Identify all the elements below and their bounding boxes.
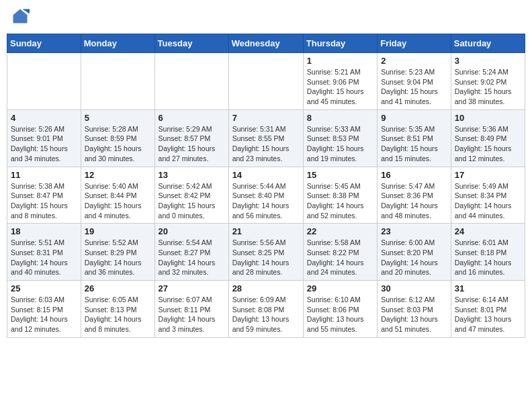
day-info: Sunrise: 5:36 AM Sunset: 8:49 PM Dayligh…	[455, 124, 521, 164]
weekday-header-thursday: Thursday	[303, 34, 377, 53]
day-info: Sunrise: 5:58 AM Sunset: 8:22 PM Dayligh…	[307, 238, 373, 277]
day-info: Sunrise: 5:51 AM Sunset: 8:31 PM Dayligh…	[11, 238, 77, 277]
day-number: 2	[381, 56, 447, 66]
calendar-cell: 6Sunrise: 5:29 AM Sunset: 8:57 PM Daylig…	[154, 109, 228, 167]
calendar-cell: 31Sunrise: 6:14 AM Sunset: 8:01 PM Dayli…	[451, 281, 525, 338]
day-info: Sunrise: 5:31 AM Sunset: 8:55 PM Dayligh…	[232, 124, 300, 164]
day-number: 17	[455, 170, 521, 180]
day-info: Sunrise: 6:09 AM Sunset: 8:08 PM Dayligh…	[232, 295, 300, 334]
day-info: Sunrise: 5:28 AM Sunset: 8:59 PM Dayligh…	[85, 124, 151, 164]
day-info: Sunrise: 5:40 AM Sunset: 8:44 PM Dayligh…	[85, 181, 151, 221]
calendar-cell: 23Sunrise: 6:00 AM Sunset: 8:20 PM Dayli…	[378, 224, 451, 281]
day-info: Sunrise: 5:33 AM Sunset: 8:53 PM Dayligh…	[307, 124, 373, 164]
day-info: Sunrise: 6:01 AM Sunset: 8:18 PM Dayligh…	[455, 238, 521, 277]
day-number: 4	[11, 113, 77, 123]
calendar-cell: 2Sunrise: 5:23 AM Sunset: 9:04 PM Daylig…	[378, 53, 451, 110]
page-header	[7, 7, 525, 28]
calendar-cell: 10Sunrise: 5:36 AM Sunset: 8:49 PM Dayli…	[451, 109, 525, 167]
day-number: 7	[232, 113, 300, 123]
calendar-cell: 28Sunrise: 6:09 AM Sunset: 8:08 PM Dayli…	[228, 281, 303, 338]
calendar-cell	[154, 53, 228, 110]
calendar-cell: 29Sunrise: 6:10 AM Sunset: 8:06 PM Dayli…	[303, 281, 377, 338]
day-info: Sunrise: 5:45 AM Sunset: 8:38 PM Dayligh…	[307, 181, 373, 221]
day-info: Sunrise: 5:35 AM Sunset: 8:51 PM Dayligh…	[381, 124, 447, 164]
calendar-cell: 25Sunrise: 6:03 AM Sunset: 8:15 PM Dayli…	[7, 281, 81, 338]
weekday-header-tuesday: Tuesday	[154, 34, 228, 53]
day-number: 28	[232, 283, 300, 293]
day-number: 11	[11, 170, 77, 180]
calendar-cell: 17Sunrise: 5:49 AM Sunset: 8:34 PM Dayli…	[451, 167, 525, 224]
calendar-cell: 24Sunrise: 6:01 AM Sunset: 8:18 PM Dayli…	[451, 224, 525, 281]
day-info: Sunrise: 5:26 AM Sunset: 9:01 PM Dayligh…	[11, 124, 77, 164]
calendar-cell: 22Sunrise: 5:58 AM Sunset: 8:22 PM Dayli…	[303, 224, 377, 281]
weekday-header-monday: Monday	[81, 34, 154, 53]
day-number: 9	[381, 113, 447, 123]
day-number: 24	[455, 226, 521, 236]
weekday-header-friday: Friday	[378, 34, 451, 53]
day-info: Sunrise: 6:00 AM Sunset: 8:20 PM Dayligh…	[381, 238, 447, 277]
calendar-cell: 14Sunrise: 5:44 AM Sunset: 8:40 PM Dayli…	[228, 167, 303, 224]
day-info: Sunrise: 5:52 AM Sunset: 8:29 PM Dayligh…	[85, 238, 151, 277]
calendar-cell: 30Sunrise: 6:12 AM Sunset: 8:03 PM Dayli…	[378, 281, 451, 338]
calendar-cell: 9Sunrise: 5:35 AM Sunset: 8:51 PM Daylig…	[378, 109, 451, 167]
day-number: 21	[232, 226, 300, 236]
day-info: Sunrise: 5:47 AM Sunset: 8:36 PM Dayligh…	[381, 181, 447, 221]
day-number: 12	[85, 170, 151, 180]
day-number: 16	[381, 170, 447, 180]
day-number: 26	[85, 283, 151, 293]
day-info: Sunrise: 5:56 AM Sunset: 8:25 PM Dayligh…	[232, 238, 300, 277]
day-info: Sunrise: 5:29 AM Sunset: 8:57 PM Dayligh…	[159, 124, 225, 164]
calendar-week-4: 18Sunrise: 5:51 AM Sunset: 8:31 PM Dayli…	[7, 224, 525, 281]
weekday-header-saturday: Saturday	[451, 34, 525, 53]
day-number: 5	[85, 113, 151, 123]
logo-icon	[11, 7, 30, 26]
calendar-cell: 26Sunrise: 6:05 AM Sunset: 8:13 PM Dayli…	[81, 281, 154, 338]
weekday-header-sunday: Sunday	[7, 34, 81, 53]
day-number: 29	[307, 283, 373, 293]
calendar-table: SundayMondayTuesdayWednesdayThursdayFrid…	[7, 34, 525, 338]
calendar-cell: 5Sunrise: 5:28 AM Sunset: 8:59 PM Daylig…	[81, 109, 154, 167]
calendar-week-5: 25Sunrise: 6:03 AM Sunset: 8:15 PM Dayli…	[7, 281, 525, 338]
calendar-cell: 12Sunrise: 5:40 AM Sunset: 8:44 PM Dayli…	[81, 167, 154, 224]
day-number: 15	[307, 170, 373, 180]
calendar-cell: 13Sunrise: 5:42 AM Sunset: 8:42 PM Dayli…	[154, 167, 228, 224]
day-number: 20	[159, 226, 225, 236]
day-info: Sunrise: 6:12 AM Sunset: 8:03 PM Dayligh…	[381, 295, 447, 334]
day-info: Sunrise: 5:24 AM Sunset: 9:02 PM Dayligh…	[455, 67, 521, 107]
calendar-week-1: 1Sunrise: 5:21 AM Sunset: 9:06 PM Daylig…	[7, 53, 525, 110]
svg-marker-0	[13, 9, 28, 24]
logo	[9, 7, 30, 28]
day-number: 25	[11, 283, 77, 293]
calendar-cell: 15Sunrise: 5:45 AM Sunset: 8:38 PM Dayli…	[303, 167, 377, 224]
day-number: 6	[159, 113, 225, 123]
day-number: 30	[381, 283, 447, 293]
day-info: Sunrise: 5:42 AM Sunset: 8:42 PM Dayligh…	[159, 181, 225, 221]
calendar-cell: 21Sunrise: 5:56 AM Sunset: 8:25 PM Dayli…	[228, 224, 303, 281]
calendar-cell: 7Sunrise: 5:31 AM Sunset: 8:55 PM Daylig…	[228, 109, 303, 167]
day-number: 1	[307, 56, 373, 66]
weekday-header-row: SundayMondayTuesdayWednesdayThursdayFrid…	[7, 34, 525, 53]
day-number: 14	[232, 170, 300, 180]
day-info: Sunrise: 5:21 AM Sunset: 9:06 PM Dayligh…	[307, 67, 373, 107]
day-number: 8	[307, 113, 373, 123]
day-number: 10	[455, 113, 521, 123]
calendar-cell	[228, 53, 303, 110]
calendar-cell: 4Sunrise: 5:26 AM Sunset: 9:01 PM Daylig…	[7, 109, 81, 167]
day-number: 13	[159, 170, 225, 180]
calendar-week-3: 11Sunrise: 5:38 AM Sunset: 8:47 PM Dayli…	[7, 167, 525, 224]
day-info: Sunrise: 5:44 AM Sunset: 8:40 PM Dayligh…	[232, 181, 300, 221]
calendar-cell: 19Sunrise: 5:52 AM Sunset: 8:29 PM Dayli…	[81, 224, 154, 281]
calendar-cell: 20Sunrise: 5:54 AM Sunset: 8:27 PM Dayli…	[154, 224, 228, 281]
day-number: 3	[455, 56, 521, 66]
day-number: 22	[307, 226, 373, 236]
calendar-cell: 27Sunrise: 6:07 AM Sunset: 8:11 PM Dayli…	[154, 281, 228, 338]
weekday-header-wednesday: Wednesday	[228, 34, 303, 53]
day-info: Sunrise: 6:07 AM Sunset: 8:11 PM Dayligh…	[159, 295, 225, 334]
day-number: 19	[85, 226, 151, 236]
day-info: Sunrise: 6:10 AM Sunset: 8:06 PM Dayligh…	[307, 295, 373, 334]
calendar-cell	[81, 53, 154, 110]
calendar-cell: 16Sunrise: 5:47 AM Sunset: 8:36 PM Dayli…	[378, 167, 451, 224]
calendar-cell	[7, 53, 81, 110]
day-info: Sunrise: 6:14 AM Sunset: 8:01 PM Dayligh…	[455, 295, 521, 334]
day-info: Sunrise: 5:38 AM Sunset: 8:47 PM Dayligh…	[11, 181, 77, 221]
